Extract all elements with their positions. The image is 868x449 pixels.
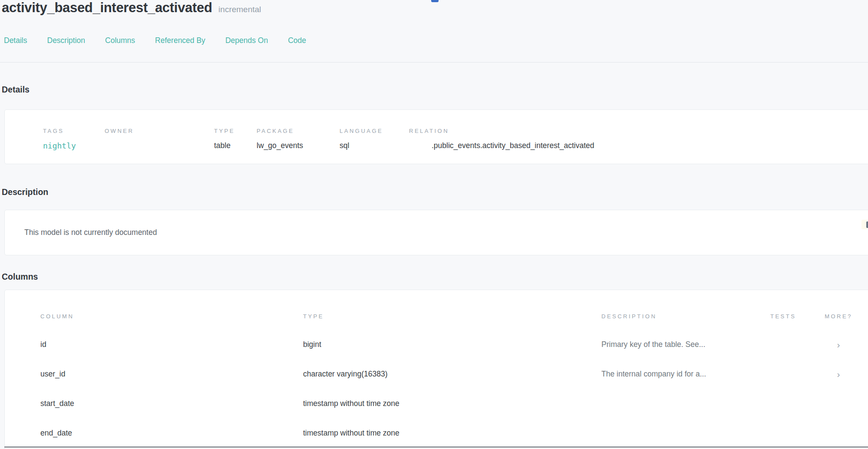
columns-section-heading: Columns	[2, 272, 38, 282]
column-row-id[interactable]: id bigint Primary key of the table. See.…	[5, 330, 868, 359]
column-name-cell: user_id	[35, 370, 298, 379]
columns-table-header: COLUMN TYPE DESCRIPTION TESTS MORE?	[5, 290, 868, 320]
field-owner: OWNER	[105, 128, 214, 164]
bottom-divider-line	[4, 446, 868, 448]
column-type-cell: timestamp without time zone	[298, 429, 596, 438]
column-name-cell: end_date	[35, 429, 298, 438]
field-type: TYPE table	[214, 128, 257, 164]
header-cell-tests: TESTS	[765, 313, 815, 320]
model-name-title: activity_based_interest_activated	[2, 0, 212, 15]
package-value: lw_go_events	[257, 141, 340, 150]
details-section-heading: Details	[2, 85, 30, 95]
column-name-cell: id	[35, 340, 298, 349]
description-placeholder-text: This model is not currently documented	[5, 210, 868, 237]
row-expand-chevron-icon[interactable]: ›	[815, 370, 862, 379]
column-type-cell: timestamp without time zone	[298, 399, 596, 408]
nav-tab-code[interactable]: Code	[288, 36, 306, 45]
column-row-start-date[interactable]: start_date timestamp without time zone	[5, 389, 868, 418]
clipped-link-fragment	[431, 0, 439, 2]
column-row-user-id[interactable]: user_id character varying(16383) The int…	[5, 359, 868, 389]
nav-tab-details[interactable]: Details	[4, 36, 27, 45]
nav-tab-description[interactable]: Description	[47, 36, 86, 45]
column-type-cell: bigint	[298, 340, 596, 349]
header-cell-type: TYPE	[298, 313, 596, 320]
tags-label: TAGS	[43, 128, 105, 134]
clipped-button-bar	[866, 221, 868, 228]
description-card: This model is not currently documented	[4, 210, 868, 255]
header-cell-description: DESCRIPTION	[596, 313, 765, 320]
nav-tab-referenced-by[interactable]: Referenced By	[155, 36, 205, 45]
language-label: LANGUAGE	[340, 128, 409, 134]
nav-tab-columns[interactable]: Columns	[105, 36, 135, 45]
model-docs-page: activity_based_interest_activated increm…	[0, 0, 868, 449]
field-package: PACKAGE lw_go_events	[257, 128, 340, 164]
column-name-cell: start_date	[35, 399, 298, 408]
clipped-button-fragment	[861, 220, 868, 229]
details-card: TAGS nightly OWNER TYPE table PACKAGE lw…	[4, 109, 868, 164]
tag-nightly-link[interactable]: nightly	[43, 141, 105, 150]
header-cell-more: MORE?	[815, 313, 862, 320]
row-expand-chevron-icon[interactable]: ›	[815, 340, 862, 349]
columns-table-body: id bigint Primary key of the table. See.…	[5, 330, 868, 448]
materialization-badge: incremental	[218, 5, 261, 14]
language-value: sql	[340, 141, 409, 150]
package-label: PACKAGE	[257, 128, 340, 134]
column-type-cell: character varying(16383)	[298, 370, 596, 379]
field-relation: RELATION .public_events.activity_based_i…	[409, 128, 868, 164]
type-label: TYPE	[214, 128, 257, 134]
page-title-row: activity_based_interest_activated increm…	[2, 0, 261, 16]
column-row-end-date[interactable]: end_date timestamp without time zone	[5, 418, 868, 448]
field-tags: TAGS nightly	[43, 128, 105, 164]
nav-tab-depends-on[interactable]: Depends On	[225, 36, 268, 45]
field-language: LANGUAGE sql	[340, 128, 409, 164]
section-nav: Details Description Columns Referenced B…	[4, 36, 306, 45]
description-section-heading: Description	[2, 187, 48, 197]
columns-card: COLUMN TYPE DESCRIPTION TESTS MORE? id b…	[4, 290, 868, 449]
relation-value: .public_events.activity_based_interest_a…	[432, 141, 868, 150]
relation-label: RELATION	[409, 128, 868, 134]
column-description-cell: The internal company id for a...	[596, 370, 765, 379]
column-description-cell: Primary key of the table. See...	[596, 340, 765, 349]
owner-label: OWNER	[105, 128, 214, 134]
nav-divider	[0, 62, 868, 63]
type-value: table	[214, 141, 257, 150]
header-cell-column: COLUMN	[35, 313, 298, 320]
